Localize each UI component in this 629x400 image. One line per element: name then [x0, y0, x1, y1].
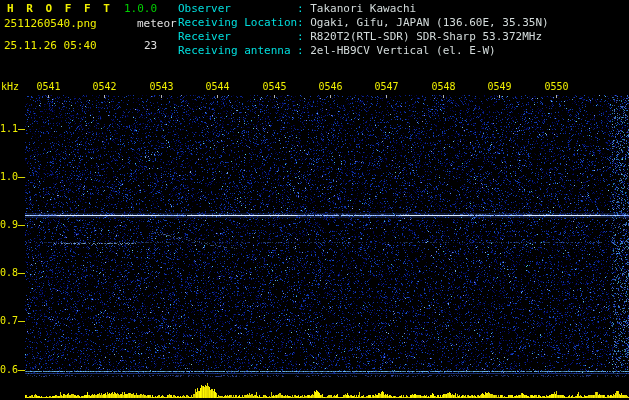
spectrogram-canvas	[0, 0, 629, 400]
y-axis-unit-label: kHz	[1, 81, 19, 92]
info-label: Receiver	[178, 31, 297, 43]
y-axis-tick-label: 1.0	[0, 171, 18, 182]
app-title: H R O F F T	[7, 3, 113, 15]
station-info-row: Observer: Takanori Kawachi	[178, 3, 416, 15]
y-axis-tick-label: 1.1	[0, 123, 18, 134]
info-value: R820T2(RTL-SDR) SDR-Sharp 53.372MHz	[310, 30, 542, 43]
x-axis-time-label: 0543	[146, 81, 177, 92]
y-axis-tick-label: 0.9	[0, 219, 18, 230]
y-axis-tick-label: 0.7	[0, 315, 18, 326]
y-axis-tick-label: 0.8	[0, 267, 18, 278]
x-axis-time-label: 0541	[33, 81, 64, 92]
y-axis-tick-label: 0.6	[0, 364, 18, 375]
x-axis-time-label: 0545	[259, 81, 290, 92]
x-axis-time-label: 0546	[315, 81, 346, 92]
station-info-row: Receiver: R820T2(RTL-SDR) SDR-Sharp 53.3…	[178, 31, 542, 43]
station-info-row: Receiving antenna: 2el-HB9CV Vertical (e…	[178, 45, 496, 57]
info-colon: :	[297, 2, 310, 15]
station-info-row: Receiving Location: Ogaki, Gifu, JAPAN (…	[178, 17, 549, 29]
x-axis-time-label: 0550	[541, 81, 572, 92]
output-filename: 2511260540.png	[4, 18, 97, 30]
info-value: 2el-HB9CV Vertical (el. E-W)	[310, 44, 495, 57]
info-colon: :	[297, 44, 310, 57]
hrofft-output: H R O F F T 1.0.0 2511260540.png meteor …	[0, 0, 629, 400]
info-label: Receiving Location	[178, 17, 297, 29]
mode-label: meteor	[137, 18, 177, 30]
echo-count: 23	[144, 40, 157, 52]
info-label: Receiving antenna	[178, 45, 297, 57]
x-axis-time-label: 0547	[371, 81, 402, 92]
x-axis-time-label: 0548	[428, 81, 459, 92]
info-value: Ogaki, Gifu, JAPAN (136.60E, 35.35N)	[310, 16, 548, 29]
x-axis-time-label: 0544	[202, 81, 233, 92]
info-label: Observer	[178, 3, 297, 15]
info-value: Takanori Kawachi	[310, 2, 416, 15]
datetime-label: 25.11.26 05:40	[4, 40, 97, 52]
x-axis-time-label: 0549	[484, 81, 515, 92]
info-colon: :	[297, 30, 310, 43]
info-colon: :	[297, 16, 310, 29]
x-axis-time-label: 0542	[89, 81, 120, 92]
app-version: 1.0.0	[124, 3, 157, 15]
